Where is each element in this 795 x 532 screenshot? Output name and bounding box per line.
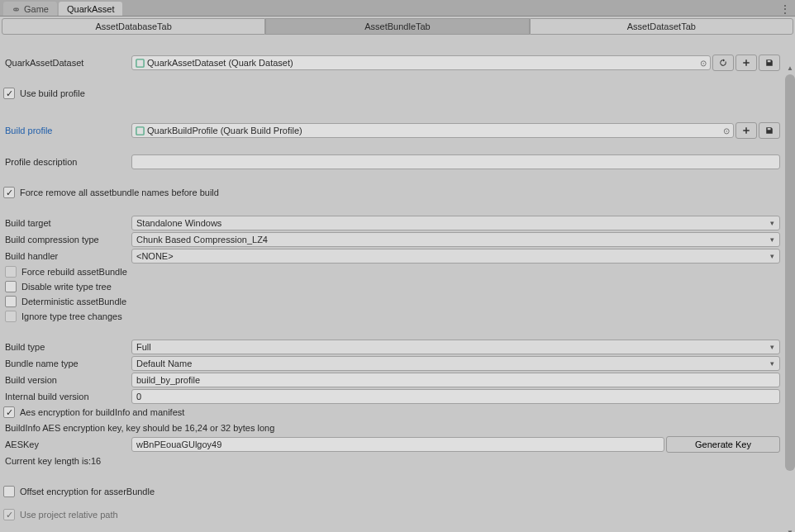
build-handler-value: <NONE> <box>136 251 174 261</box>
use-build-profile-label: Use build profile <box>20 88 85 98</box>
disable-write-type-tree-label: Disable write type tree <box>21 282 112 292</box>
aes-encryption-checkbox[interactable] <box>3 406 15 418</box>
bundle-name-type-value: Default Name <box>136 359 192 368</box>
force-remove-names-label: Force remove all assetbundle names befor… <box>20 188 219 197</box>
build-type-label: Build type <box>3 340 131 354</box>
asset-icon <box>136 59 145 68</box>
tab-quarkasset[interactable]: QuarkAsset <box>59 2 122 16</box>
build-type-value: Full <box>136 342 151 352</box>
build-profile-label: Build profile <box>3 123 131 138</box>
content-area: QuarkAssetDataset QuarkAssetDataset (Qua… <box>0 36 795 532</box>
force-remove-names-checkbox[interactable] <box>3 187 15 198</box>
build-profile-field[interactable]: QuarkBuildProfile (Quark Build Profile) … <box>131 123 734 138</box>
svg-rect-4 <box>136 126 144 134</box>
build-target-value: Standalone Windows <box>136 218 221 228</box>
ignore-type-tree-label: Ignore type tree changes <box>21 311 122 321</box>
internal-build-version-label: Internal build version <box>3 389 131 404</box>
bundle-name-type-label: Bundle name type <box>3 356 131 371</box>
build-compression-label: Build compression type <box>3 232 131 247</box>
add-button[interactable] <box>735 55 757 71</box>
deterministic-label: Deterministic assetBundle <box>21 297 126 306</box>
deterministic-checkbox[interactable] <box>5 296 17 307</box>
tab-asset-database[interactable]: AssetDatabaseTab <box>2 18 265 35</box>
save-profile-button[interactable] <box>759 122 780 139</box>
svg-rect-0 <box>13 7 19 11</box>
build-target-label: Build target <box>3 216 131 230</box>
force-rebuild-label: Force rebuild assetBundle <box>21 267 127 277</box>
ignore-type-tree-checkbox[interactable] <box>5 311 17 322</box>
bundle-name-type-dropdown[interactable]: Default Name <box>131 356 780 371</box>
refresh-button[interactable] <box>712 55 734 71</box>
use-relative-path-label: Use project relative path <box>20 510 118 520</box>
game-icon <box>12 5 21 14</box>
build-type-dropdown[interactable]: Full <box>131 340 780 354</box>
tab-quarkasset-label: QuarkAsset <box>67 4 114 14</box>
dataset-value: QuarkAssetDataset (Quark Dataset) <box>147 58 293 68</box>
build-handler-label: Build handler <box>3 249 131 264</box>
use-relative-path-checkbox[interactable] <box>3 509 15 520</box>
build-compression-value: Chunk Based Compression_LZ4 <box>136 235 268 245</box>
tab-game-label: Game <box>24 4 49 14</box>
build-target-dropdown[interactable]: Standalone Windows <box>131 216 780 230</box>
tab-game[interactable]: Game <box>3 2 57 16</box>
scroll-down-icon[interactable]: ▼ <box>785 529 795 532</box>
add-profile-button[interactable] <box>735 122 757 139</box>
dataset-field[interactable]: QuarkAssetDataset (Quark Dataset) ⊙ <box>131 55 711 70</box>
aes-length-text: Current key length is:16 <box>3 454 102 468</box>
svg-rect-3 <box>136 59 144 66</box>
internal-build-version-input[interactable] <box>131 389 780 404</box>
profile-description-input[interactable] <box>131 154 780 169</box>
profile-description-label: Profile description <box>3 154 131 169</box>
build-version-input[interactable] <box>131 373 780 387</box>
vertical-scrollbar[interactable]: ▲ ▼ <box>785 74 795 529</box>
scroll-up-icon[interactable]: ▲ <box>785 64 795 74</box>
build-version-label: Build version <box>3 373 131 387</box>
svg-point-2 <box>17 8 17 9</box>
dataset-label: QuarkAssetDataset <box>3 55 131 70</box>
object-picker-icon[interactable]: ⊙ <box>700 59 707 68</box>
inner-tab-bar: AssetDatabaseTab AssetBundleTab AssetDat… <box>2 18 793 35</box>
build-handler-dropdown[interactable]: <NONE> <box>131 249 780 264</box>
generate-key-button[interactable]: Generate Key <box>666 436 780 453</box>
asset-icon <box>136 126 145 135</box>
aes-hint: BuildInfo AES encryption key, key should… <box>3 420 276 435</box>
save-button[interactable] <box>759 55 780 71</box>
build-profile-value: QuarkBuildProfile (Quark Build Profile) <box>147 126 302 135</box>
disable-write-type-tree-checkbox[interactable] <box>5 281 17 292</box>
force-rebuild-checkbox[interactable] <box>5 266 17 278</box>
offset-encryption-label: Offset encryption for asserBundle <box>20 487 155 496</box>
use-build-profile-checkbox[interactable] <box>3 88 15 99</box>
object-picker-icon[interactable]: ⊙ <box>723 126 730 135</box>
build-compression-dropdown[interactable]: Chunk Based Compression_LZ4 <box>131 232 780 247</box>
offset-encryption-checkbox[interactable] <box>3 486 15 497</box>
aes-key-input[interactable] <box>131 437 664 452</box>
tab-asset-dataset[interactable]: AssetDatasetTab <box>530 18 793 35</box>
svg-point-1 <box>14 8 15 9</box>
aes-key-label: AESKey <box>3 437 131 452</box>
aes-encryption-label: Aes encryption for buildInfo and manifes… <box>20 407 184 417</box>
editor-tabs: Game QuarkAsset ⋮ <box>0 0 795 17</box>
kebab-menu-icon[interactable]: ⋮ <box>780 3 790 15</box>
scrollbar-handle[interactable] <box>785 74 795 471</box>
tab-asset-bundle[interactable]: AssetBundleTab <box>265 18 529 35</box>
